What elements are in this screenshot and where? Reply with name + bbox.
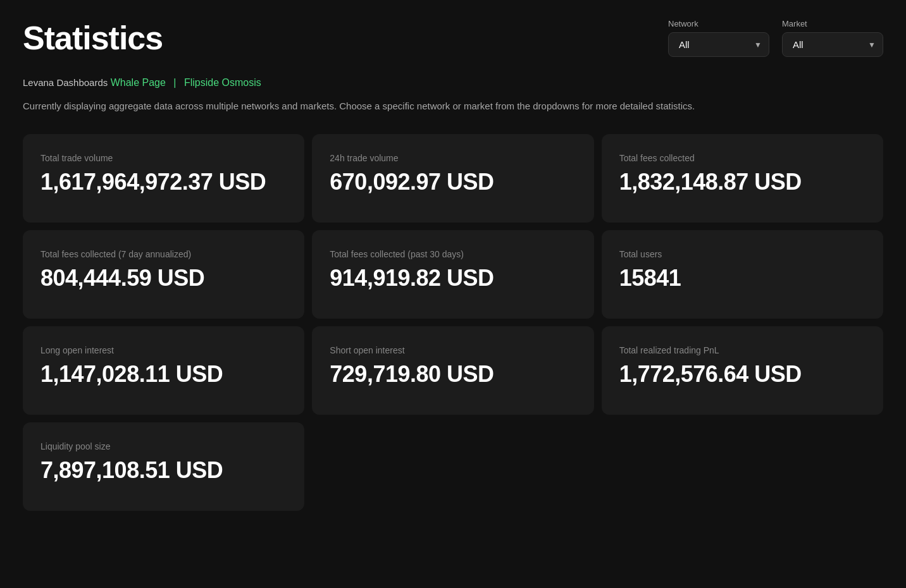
network-label: Network bbox=[668, 19, 769, 28]
stat-label-8: Total realized trading PnL bbox=[619, 345, 866, 355]
market-dropdown[interactable]: All BTC ETH LUNA bbox=[782, 32, 883, 57]
stat-value-2: 1,832,148.87 USD bbox=[619, 169, 866, 195]
market-label: Market bbox=[782, 19, 883, 28]
stat-value-7: 729,719.80 USD bbox=[330, 362, 576, 387]
stat-value-9: 7,897,108.51 USD bbox=[40, 458, 287, 483]
stat-value-0: 1,617,964,972.37 USD bbox=[40, 169, 287, 195]
market-dropdown-wrapper[interactable]: All BTC ETH LUNA ▼ bbox=[782, 32, 883, 57]
stat-label-2: Total fees collected bbox=[619, 153, 866, 163]
breadcrumb-separator: | bbox=[173, 77, 176, 88]
stat-label-6: Long open interest bbox=[40, 345, 287, 355]
stat-label-3: Total fees collected (7 day annualized) bbox=[40, 249, 287, 259]
network-control: Network All Terra Osmosis Injective ▼ bbox=[668, 19, 769, 57]
stat-card-4: Total fees collected (past 30 days)914,9… bbox=[312, 230, 593, 319]
page-title: Statistics bbox=[23, 19, 163, 57]
breadcrumb-flipside-link[interactable]: Flipside Osmosis bbox=[184, 77, 261, 88]
breadcrumb: Levana Dashboards Whale Page | Flipside … bbox=[23, 77, 883, 89]
stat-label-4: Total fees collected (past 30 days) bbox=[330, 249, 576, 259]
network-dropdown-wrapper[interactable]: All Terra Osmosis Injective ▼ bbox=[668, 32, 769, 57]
stat-label-5: Total users bbox=[619, 249, 866, 259]
stat-card-8: Total realized trading PnL1,772,576.64 U… bbox=[602, 326, 883, 415]
stat-card-2: Total fees collected1,832,148.87 USD bbox=[602, 134, 883, 223]
network-dropdown[interactable]: All Terra Osmosis Injective bbox=[668, 32, 769, 57]
stat-card-1: 24h trade volume670,092.97 USD bbox=[312, 134, 593, 223]
stat-value-8: 1,772,576.64 USD bbox=[619, 362, 866, 387]
breadcrumb-whale-page-link[interactable]: Whale Page bbox=[111, 77, 166, 88]
page-header: Statistics Network All Terra Osmosis Inj… bbox=[23, 19, 883, 57]
stat-label-7: Short open interest bbox=[330, 345, 576, 355]
stat-value-4: 914,919.82 USD bbox=[330, 266, 576, 291]
stat-label-9: Liquidity pool size bbox=[40, 441, 287, 451]
stat-card-0: Total trade volume1,617,964,972.37 USD bbox=[23, 134, 304, 223]
stat-card-9: Liquidity pool size7,897,108.51 USD bbox=[23, 422, 304, 511]
market-control: Market All BTC ETH LUNA ▼ bbox=[782, 19, 883, 57]
breadcrumb-prefix: Levana Dashboards bbox=[23, 77, 108, 88]
page-description: Currently displaying aggregate data acro… bbox=[23, 99, 845, 114]
stat-value-1: 670,092.97 USD bbox=[330, 169, 576, 195]
stat-card-5: Total users15841 bbox=[602, 230, 883, 319]
stat-card-6: Long open interest1,147,028.11 USD bbox=[23, 326, 304, 415]
header-controls: Network All Terra Osmosis Injective ▼ Ma… bbox=[668, 19, 883, 57]
stats-grid: Total trade volume1,617,964,972.37 USD24… bbox=[23, 134, 883, 511]
stat-value-3: 804,444.59 USD bbox=[40, 266, 287, 291]
stat-card-3: Total fees collected (7 day annualized)8… bbox=[23, 230, 304, 319]
stat-card-7: Short open interest729,719.80 USD bbox=[312, 326, 593, 415]
stat-label-0: Total trade volume bbox=[40, 153, 287, 163]
stat-label-1: 24h trade volume bbox=[330, 153, 576, 163]
stat-value-5: 15841 bbox=[619, 266, 866, 291]
stat-value-6: 1,147,028.11 USD bbox=[40, 362, 287, 387]
